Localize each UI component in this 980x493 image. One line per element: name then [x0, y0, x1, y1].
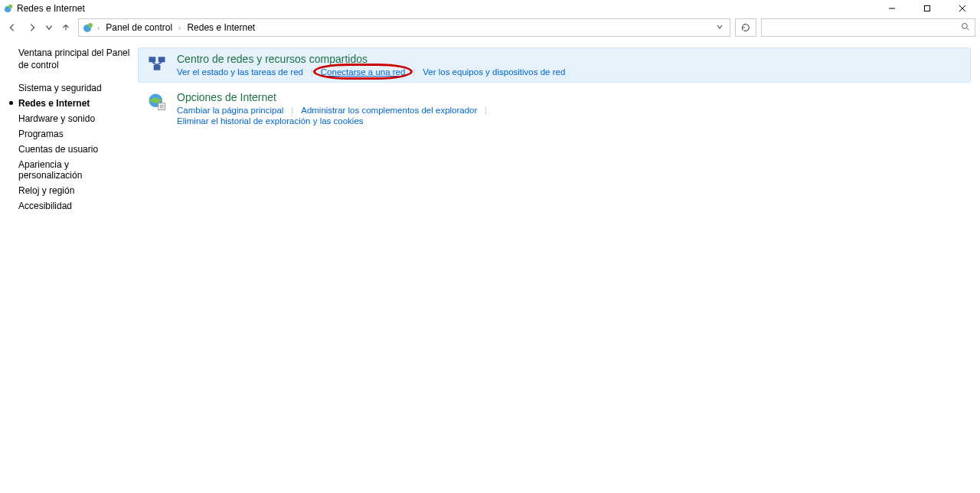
link-separator: | — [311, 67, 313, 77]
chevron-right-icon: › — [178, 24, 181, 32]
internet-options-icon — [146, 91, 168, 113]
panel-links: Cambiar la página principal | Administra… — [177, 105, 962, 126]
control-panel-icon — [82, 21, 94, 34]
history-dropdown[interactable] — [44, 20, 54, 35]
link-connect-to-network[interactable]: Conectarse a una red — [321, 67, 406, 77]
minimize-button[interactable] — [874, 0, 910, 17]
panel-network-sharing[interactable]: Centro de redes y recursos compartidos V… — [138, 47, 971, 83]
link-separator: | — [413, 67, 415, 77]
panel-internet-options[interactable]: Opciones de Internet Cambiar la página p… — [138, 86, 971, 132]
sidebar: Ventana principal del Panel de control S… — [0, 47, 138, 214]
sidebar-item-network-internet[interactable]: Redes e Internet — [18, 96, 132, 111]
navbar: › Panel de control › Redes e Internet — [0, 17, 980, 38]
control-panel-home-link[interactable]: Ventana principal del Panel de control — [18, 47, 132, 71]
svg-line-13 — [152, 62, 157, 65]
window-controls — [874, 0, 980, 17]
link-manage-addons[interactable]: Administrar los complementos del explora… — [301, 105, 477, 116]
sidebar-item-hardware-sound[interactable]: Hardware y sonido — [18, 111, 132, 126]
window-icon — [3, 3, 14, 14]
sidebar-item-user-accounts[interactable]: Cuentas de usuario — [18, 142, 132, 157]
svg-line-9 — [967, 28, 969, 30]
maximize-button[interactable] — [910, 0, 945, 17]
close-button[interactable] — [945, 0, 980, 17]
search-icon[interactable] — [961, 22, 970, 34]
panel-title[interactable]: Opciones de Internet — [177, 91, 962, 103]
svg-rect-3 — [925, 6, 930, 11]
main-panel: Centro de redes y recursos compartidos V… — [138, 47, 980, 214]
svg-point-8 — [962, 23, 968, 28]
link-separator: | — [291, 106, 293, 115]
svg-rect-11 — [158, 57, 165, 62]
svg-point-1 — [8, 5, 12, 8]
link-change-homepage[interactable]: Cambiar la página principal — [177, 105, 283, 116]
address-dropdown-icon[interactable] — [713, 22, 727, 33]
panel-body: Opciones de Internet Cambiar la página p… — [177, 91, 962, 126]
svg-rect-12 — [154, 65, 161, 70]
refresh-button[interactable] — [735, 18, 756, 37]
forward-button[interactable] — [24, 20, 40, 35]
breadcrumb-root[interactable]: Panel de control — [103, 21, 175, 34]
chevron-right-icon: › — [97, 24, 100, 32]
link-separator: | — [485, 106, 487, 115]
svg-point-7 — [88, 23, 93, 28]
panel-title[interactable]: Centro de redes y recursos compartidos — [177, 53, 962, 65]
back-button[interactable] — [5, 20, 20, 35]
window-title: Redes e Internet — [17, 3, 85, 14]
sidebar-item-appearance[interactable]: Apariencia y personalización — [18, 157, 132, 183]
sidebar-item-programs[interactable]: Programas — [18, 126, 132, 142]
highlighted-annotation: Conectarse a una red — [321, 67, 406, 77]
network-sharing-icon — [146, 53, 168, 74]
sidebar-item-clock-region[interactable]: Reloj y región — [18, 183, 132, 198]
sidebar-item-accessibility[interactable]: Accesibilidad — [18, 198, 132, 214]
breadcrumb-current[interactable]: Redes e Internet — [184, 21, 258, 34]
svg-line-14 — [157, 62, 162, 65]
panel-links: Ver el estado y las tareas de red | Cone… — [177, 67, 962, 77]
search-input[interactable] — [766, 21, 961, 34]
up-button[interactable] — [58, 20, 74, 35]
search-box[interactable] — [761, 18, 975, 37]
link-delete-browsing-history[interactable]: Eliminar el historial de exploración y l… — [177, 116, 364, 126]
svg-rect-10 — [149, 57, 156, 62]
address-bar[interactable]: › Panel de control › Redes e Internet — [78, 18, 730, 37]
content-area: Ventana principal del Panel de control S… — [0, 38, 980, 214]
titlebar: Redes e Internet — [0, 0, 980, 17]
link-view-network-status[interactable]: Ver el estado y las tareas de red — [177, 67, 303, 77]
panel-body: Centro de redes y recursos compartidos V… — [177, 53, 962, 77]
link-view-network-devices[interactable]: Ver los equipos y dispositivos de red — [423, 67, 565, 77]
sidebar-item-system-security[interactable]: Sistema y seguridad — [18, 80, 132, 96]
